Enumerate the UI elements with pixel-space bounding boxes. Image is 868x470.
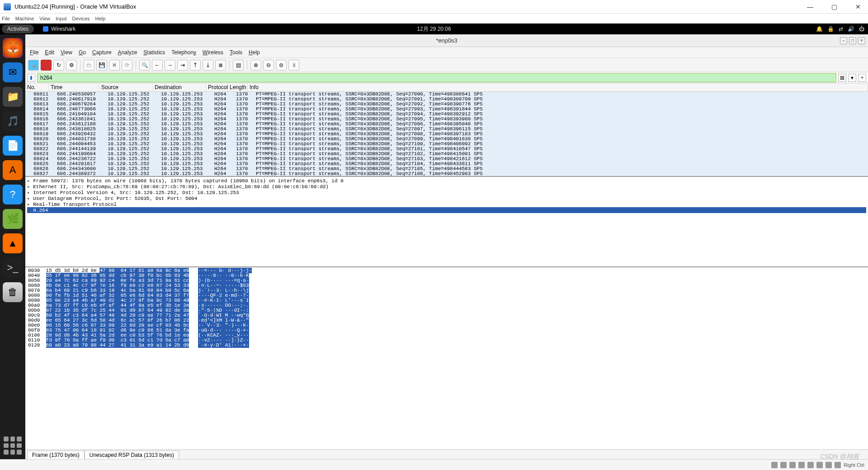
- host-close-button[interactable]: ✕: [852, 3, 864, 10]
- close-file-button[interactable]: ✖: [109, 60, 120, 71]
- tree-ethernet[interactable]: Ethernet II, Src: PcsCompu_cb:76:69 (08:…: [27, 184, 866, 190]
- go-to-packet-button[interactable]: ⇥: [177, 60, 188, 71]
- power-icon[interactable]: ⏻: [859, 26, 864, 32]
- dock-firefox[interactable]: 🦊: [3, 38, 23, 58]
- colorize-button[interactable]: ▤: [233, 60, 244, 71]
- host-maximize-button[interactable]: ▢: [828, 3, 841, 10]
- ws-menu-edit[interactable]: Edit: [45, 49, 54, 56]
- go-forward-button[interactable]: →: [165, 60, 175, 71]
- col-time[interactable]: Time: [49, 83, 99, 91]
- hex-line[interactable]: 0120 60 a0 23 a0 79 98 44 27 41 31 3a e9…: [28, 343, 865, 348]
- open-file-button[interactable]: 🗀: [84, 60, 94, 71]
- host-menu-input[interactable]: Input: [56, 16, 66, 21]
- tree-udp[interactable]: User Datagram Protocol, Src Port: 52035,…: [27, 195, 866, 201]
- network-icon[interactable]: ⇄: [839, 26, 843, 32]
- dock-thunderbird[interactable]: ✉: [3, 62, 23, 82]
- notification-icon[interactable]: 🔔: [816, 26, 823, 32]
- vb-rec-icon[interactable]: [826, 462, 832, 468]
- gnome-app-indicator[interactable]: Wireshark: [43, 26, 75, 32]
- dock-terminal[interactable]: >_: [3, 258, 23, 278]
- go-last-button[interactable]: ⤓: [203, 60, 213, 71]
- vb-shared-icon[interactable]: [807, 462, 814, 468]
- filter-add-button[interactable]: ＋: [858, 74, 866, 82]
- gnome-system-tray[interactable]: 🔔 🔒 ⇄ 🔊 ⏻: [816, 26, 864, 32]
- packet-list-pane[interactable]: No. Time Source Destination Protocol Len…: [25, 83, 868, 177]
- vpn-icon[interactable]: 🔒: [827, 26, 834, 32]
- bytes-tabs: Frame (1370 bytes) Unescaped RSP Data (1…: [25, 449, 868, 459]
- host-menu-help[interactable]: Help: [95, 16, 106, 21]
- dock-help[interactable]: ?: [3, 185, 23, 204]
- col-info[interactable]: Info: [248, 83, 868, 91]
- dock-files[interactable]: 📁: [3, 87, 23, 107]
- zoom-reset-button[interactable]: ⊜: [276, 60, 287, 71]
- dock-rhythmbox[interactable]: 🎵: [3, 111, 23, 131]
- ws-minimize-button[interactable]: –: [840, 37, 847, 44]
- col-length[interactable]: Length: [228, 83, 248, 91]
- packet-row[interactable]: 68827686.24438937210.129.125.25210.129.1…: [25, 171, 868, 176]
- filter-clear-button[interactable]: ⊠: [838, 74, 846, 82]
- ws-maximize-button[interactable]: □: [849, 37, 856, 44]
- tree-rtp[interactable]: Real-Time Transport Protocol: [27, 201, 866, 207]
- filter-bookmark-button[interactable]: ▮: [27, 74, 35, 82]
- packet-details-pane[interactable]: Frame 58972: 1370 bytes on wire (10960 b…: [25, 177, 868, 267]
- ws-menu-telephony[interactable]: Telephony: [171, 49, 196, 56]
- vb-display-icon[interactable]: [816, 462, 823, 468]
- dock-writer[interactable]: 📄: [3, 136, 23, 156]
- zoom-out-button[interactable]: ⊖: [263, 60, 274, 71]
- ws-menu-analyze[interactable]: Analyze: [118, 49, 137, 56]
- ws-menu-tools[interactable]: Tools: [230, 49, 242, 56]
- ws-menu-capture[interactable]: Capture: [92, 49, 112, 56]
- ws-menu-statistics[interactable]: Statistics: [143, 49, 165, 56]
- save-file-button[interactable]: 💾: [96, 60, 107, 71]
- wireshark-window-title: *enp0s3: [436, 37, 458, 44]
- vb-cd-icon[interactable]: [780, 462, 787, 468]
- tree-frame[interactable]: Frame 58972: 1370 bytes on wire (10960 b…: [27, 178, 866, 184]
- host-menu-view[interactable]: View: [39, 16, 50, 21]
- bytes-tab-rsp[interactable]: Unescaped RSP Data (1313 bytes): [85, 451, 179, 459]
- host-menu-devices[interactable]: Devices: [72, 16, 90, 21]
- tree-ip[interactable]: Internet Protocol Version 4, Src: 10.129…: [27, 190, 866, 195]
- auto-scroll-button[interactable]: ≣: [215, 60, 226, 71]
- wireshark-titlebar: *enp0s3 – □ ×: [25, 34, 868, 47]
- start-capture-button[interactable]: ◢: [28, 60, 39, 71]
- sound-icon[interactable]: 🔊: [848, 26, 854, 32]
- host-minimize-button[interactable]: —: [803, 3, 817, 10]
- reload-button[interactable]: ⟳: [122, 60, 132, 71]
- dock-trash[interactable]: 🗑: [3, 282, 23, 302]
- packet-bytes-pane[interactable]: 0030 15 d5 3d b8 2d 0e 47 00 64 17 81 a8…: [25, 267, 868, 449]
- gnome-clock[interactable]: 12月 29 20:06: [417, 25, 451, 33]
- filter-apply-button[interactable]: ▾: [848, 74, 856, 82]
- vb-usb-icon[interactable]: [798, 462, 805, 468]
- vb-hd-icon[interactable]: [771, 462, 778, 468]
- ws-menu-view[interactable]: View: [61, 49, 72, 56]
- stop-capture-button[interactable]: [41, 60, 52, 71]
- display-filter-input[interactable]: [37, 73, 836, 82]
- dock-software[interactable]: A: [3, 160, 23, 180]
- dock-show-apps[interactable]: [4, 437, 22, 455]
- ws-menu-file[interactable]: File: [30, 49, 38, 56]
- ws-menu-help[interactable]: Help: [249, 49, 260, 56]
- vb-mouse-icon[interactable]: [835, 462, 841, 468]
- vb-net-icon[interactable]: [789, 462, 796, 468]
- go-back-button[interactable]: ←: [152, 60, 163, 71]
- go-first-button[interactable]: ⤒: [190, 60, 201, 71]
- bytes-tab-frame[interactable]: Frame (1370 bytes): [27, 451, 85, 459]
- col-protocol[interactable]: Protocol: [206, 83, 228, 91]
- gnome-activities[interactable]: Activities: [2, 24, 34, 33]
- find-packet-button[interactable]: 🔍: [139, 60, 150, 71]
- dock-green-app[interactable]: 🌿: [3, 209, 23, 229]
- col-source[interactable]: Source: [99, 83, 153, 91]
- host-menu-file[interactable]: File: [2, 16, 10, 21]
- ws-menu-wireless[interactable]: Wireless: [203, 49, 223, 56]
- col-destination[interactable]: Destination: [153, 83, 206, 91]
- host-menu-machine[interactable]: Machine: [15, 16, 34, 21]
- tree-h264[interactable]: H.264: [27, 207, 866, 213]
- col-no[interactable]: No.: [25, 83, 49, 91]
- restart-capture-button[interactable]: ↻: [53, 60, 64, 71]
- zoom-in-button[interactable]: ⊕: [250, 60, 261, 71]
- capture-options-button[interactable]: ⚙: [66, 60, 77, 71]
- resize-columns-button[interactable]: ⫴: [288, 60, 299, 71]
- ws-menu-go[interactable]: Go: [79, 49, 86, 56]
- ws-close-button[interactable]: ×: [858, 37, 865, 44]
- dock-vlc[interactable]: ▲: [3, 233, 23, 253]
